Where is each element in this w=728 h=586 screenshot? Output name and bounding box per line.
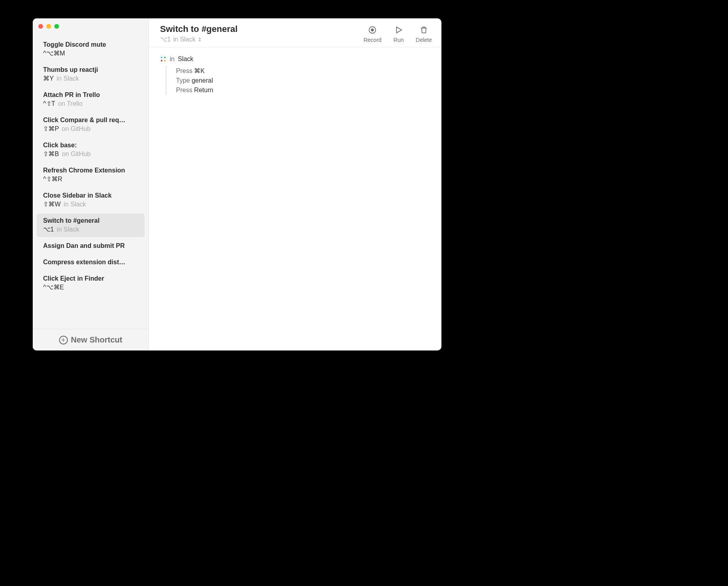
- new-shortcut-label: New Shortcut: [71, 335, 123, 344]
- step-line[interactable]: Press ⌘K: [176, 66, 430, 76]
- shortcut-title: Click base:: [43, 142, 138, 149]
- steps-area: in Slack Press ⌘K Type general Press Ret…: [149, 48, 441, 103]
- window-controls: [33, 18, 148, 31]
- shortcut-key: ⇧⌘W: [43, 201, 61, 208]
- shortcut-sub: ⌥1 in Slack: [43, 226, 138, 233]
- slack-icon: [160, 56, 166, 62]
- shortcut-context: in Slack: [57, 226, 79, 233]
- record-label: Record: [364, 37, 382, 43]
- shortcut-key: ⌘Y: [43, 75, 53, 82]
- step-line[interactable]: Type general: [176, 76, 430, 85]
- shortcut-key: ⇧⌘B: [43, 150, 59, 157]
- shortcut-title: Assign Dan and submit PR: [43, 242, 138, 249]
- step-verb: Press: [176, 67, 192, 74]
- shortcut-context: on GitHub: [62, 150, 91, 157]
- new-shortcut-button[interactable]: + New Shortcut: [33, 329, 148, 350]
- shortcut-title: Toggle Discord mute: [43, 41, 138, 48]
- shortcut-sub: ^⇧⌘R: [43, 175, 138, 183]
- shortcut-context: in Slack: [57, 75, 79, 82]
- detail-subtitle[interactable]: ⌥1 in Slack ▲▼: [160, 36, 364, 43]
- context-in: in: [170, 55, 174, 63]
- header-title-block: Switch to #general ⌥1 in Slack ▲▼: [160, 24, 364, 43]
- run-label: Run: [394, 37, 404, 43]
- play-icon: [394, 26, 403, 34]
- shortcut-key: ⇧⌘P: [43, 125, 59, 132]
- stepper-icon: ▲▼: [198, 37, 202, 42]
- detail-shortcut: ⌥1: [160, 36, 171, 43]
- shortcut-sub: ⌘Y in Slack: [43, 75, 138, 82]
- step-verb: Type: [176, 77, 190, 84]
- delete-label: Delete: [416, 37, 432, 43]
- step-context[interactable]: in Slack: [160, 55, 430, 63]
- shortcut-sub: ⇧⌘P on GitHub: [43, 125, 138, 133]
- detail-context: in Slack: [173, 36, 196, 43]
- main-panel: Switch to #general ⌥1 in Slack ▲▼ Record: [149, 18, 441, 350]
- shortcut-title: Close Sidebar in Slack: [43, 192, 138, 199]
- context-app: Slack: [178, 55, 193, 63]
- shortcut-list: Toggle Discord mute ^⌥⌘M Thumbs up react…: [33, 31, 148, 329]
- shortcut-item[interactable]: Refresh Chrome Extension ^⇧⌘R: [37, 163, 144, 187]
- shortcut-sub: ⇧⌘B on GitHub: [43, 150, 138, 158]
- shortcut-item[interactable]: Attach PR in Trello ^⇧T on Trello: [37, 88, 144, 111]
- shortcut-item[interactable]: Compress extension dist…: [37, 255, 144, 270]
- shortcut-title: Compress extension dist…: [43, 259, 138, 266]
- minimize-window-button[interactable]: [46, 24, 51, 29]
- step-arg: ⌘K: [194, 67, 205, 74]
- shortcut-item[interactable]: Switch to #general ⌥1 in Slack: [37, 214, 144, 237]
- step-line[interactable]: Press Return: [176, 85, 430, 95]
- shortcut-title: Click Eject in Finder: [43, 275, 138, 282]
- shortcut-item[interactable]: Close Sidebar in Slack ⇧⌘W in Slack: [37, 188, 144, 212]
- shortcut-item[interactable]: Assign Dan and submit PR: [37, 239, 144, 253]
- shortcut-sub: ⇧⌘W in Slack: [43, 200, 138, 208]
- delete-button[interactable]: Delete: [416, 26, 432, 43]
- shortcut-key: ^⇧⌘R: [43, 176, 62, 182]
- step-arg: general: [192, 77, 213, 84]
- close-window-button[interactable]: [38, 24, 43, 29]
- shortcut-title: Refresh Chrome Extension: [43, 167, 138, 174]
- maximize-window-button[interactable]: [54, 24, 59, 29]
- record-icon: [368, 26, 377, 34]
- step-block: Press ⌘K Type general Press Return: [166, 66, 430, 95]
- shortcut-item[interactable]: Click Eject in Finder ^⌥⌘E: [37, 271, 144, 295]
- shortcut-title: Switch to #general: [43, 217, 138, 224]
- shortcut-title: Click Compare & pull req…: [43, 117, 138, 124]
- svg-point-1: [372, 29, 374, 31]
- shortcut-sub: ^⇧T on Trello: [43, 100, 138, 107]
- step-arg: Return: [194, 87, 213, 93]
- detail-header: Switch to #general ⌥1 in Slack ▲▼ Record: [149, 18, 441, 48]
- shortcut-key: ^⌥⌘E: [43, 284, 64, 291]
- sidebar: Toggle Discord mute ^⌥⌘M Thumbs up react…: [33, 18, 149, 350]
- app-window: Toggle Discord mute ^⌥⌘M Thumbs up react…: [33, 18, 441, 350]
- shortcut-item[interactable]: Toggle Discord mute ^⌥⌘M: [37, 38, 144, 61]
- shortcut-item[interactable]: Click base: ⇧⌘B on GitHub: [37, 138, 144, 162]
- record-button[interactable]: Record: [364, 26, 382, 43]
- run-button[interactable]: Run: [394, 26, 404, 43]
- shortcut-context: in Slack: [64, 201, 86, 208]
- shortcut-key: ^⇧T: [43, 100, 55, 107]
- trash-icon: [419, 26, 428, 34]
- header-actions: Record Run Delete: [364, 24, 432, 43]
- shortcut-context: on GitHub: [62, 125, 91, 132]
- shortcut-sub: ^⌥⌘E: [43, 283, 138, 291]
- plus-circle-icon: +: [59, 336, 68, 344]
- detail-title: Switch to #general: [160, 24, 364, 34]
- step-verb: Press: [176, 87, 192, 93]
- shortcut-title: Thumbs up reactji: [43, 66, 138, 73]
- shortcut-item[interactable]: Thumbs up reactji ⌘Y in Slack: [37, 63, 144, 86]
- shortcut-title: Attach PR in Trello: [43, 91, 138, 99]
- shortcut-item[interactable]: Click Compare & pull req… ⇧⌘P on GitHub: [37, 113, 144, 137]
- shortcut-key: ^⌥⌘M: [43, 50, 65, 57]
- shortcut-sub: ^⌥⌘M: [43, 49, 138, 57]
- shortcut-key: ⌥1: [43, 226, 54, 233]
- svg-marker-2: [396, 27, 402, 33]
- shortcut-context: on Trello: [58, 100, 82, 107]
